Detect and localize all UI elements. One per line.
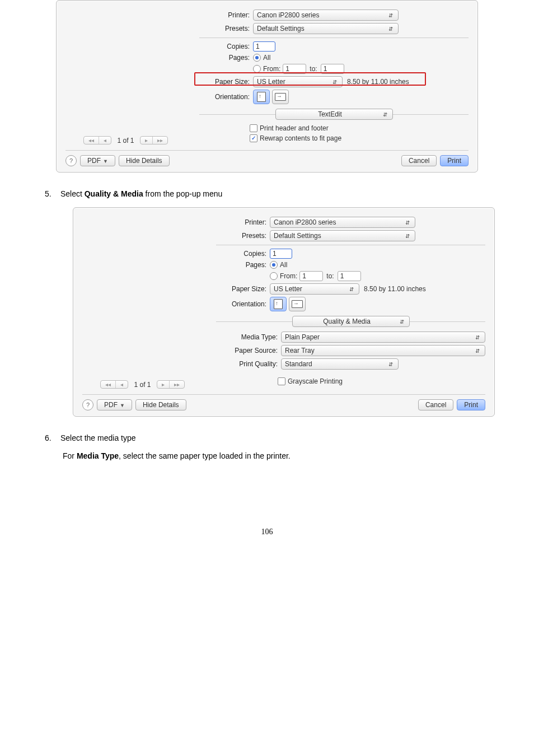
printer-select[interactable]: Canon iP2800 series ⇵	[270, 217, 415, 228]
chevron-down-icon: ▼	[120, 403, 125, 408]
presets-select[interactable]: Default Settings ⇵	[253, 23, 399, 34]
pages-from-label: From:	[280, 272, 297, 280]
paper-size-label: Paper Size:	[216, 285, 270, 293]
copies-label: Copies:	[199, 43, 253, 50]
copies-label: Copies:	[216, 250, 270, 258]
printer-label: Printer:	[199, 11, 253, 19]
presets-select[interactable]: Default Settings ⇵	[270, 230, 415, 241]
pages-all-radio[interactable]	[270, 261, 278, 269]
pages-to-label: to:	[310, 65, 317, 73]
chevron-updown-icon: ⇵	[474, 334, 481, 340]
pdf-button[interactable]: PDF▼	[97, 399, 132, 410]
orientation-portrait[interactable]	[253, 90, 270, 104]
pages-from-radio[interactable]	[270, 272, 278, 280]
paper-source-select[interactable]: Rear Tray ⇵	[281, 345, 485, 356]
pages-all-label: All	[280, 261, 287, 269]
paper-source-label: Paper Source:	[216, 347, 281, 354]
header-footer-label: Print header and footer	[260, 124, 329, 132]
page-counter: 1 of 1	[134, 381, 151, 389]
print-dialog-textedit: ◂◂◂ 1 of 1 ▸▸▸ Printer: Canon iP2800 ser…	[56, 0, 478, 172]
page-counter: 1 of 1	[117, 137, 134, 144]
rewrap-checkbox[interactable]	[250, 134, 257, 142]
instruction-step-6-para: For Media Type, select the same paper ty…	[63, 451, 489, 460]
presets-label: Presets:	[216, 232, 270, 240]
print-button[interactable]: Print	[457, 399, 485, 410]
pages-all-radio[interactable]	[253, 54, 261, 62]
help-button[interactable]: ?	[82, 399, 93, 410]
pages-label: Pages:	[199, 54, 253, 62]
printer-label: Printer:	[216, 218, 270, 226]
orientation-label: Orientation:	[216, 300, 270, 308]
cancel-button[interactable]: Cancel	[401, 155, 437, 166]
landscape-icon	[275, 93, 286, 101]
rewrap-label: Rewrap contents to fit page	[260, 134, 341, 142]
cancel-button[interactable]: Cancel	[418, 399, 453, 410]
orientation-landscape[interactable]	[272, 90, 289, 104]
print-quality-label: Print Quality:	[216, 360, 281, 368]
nav-next-last[interactable]: ▸▸▸	[140, 136, 168, 144]
section-popup[interactable]: TextEdit ⇵	[275, 109, 393, 120]
chevron-updown-icon: ⇵	[404, 233, 411, 239]
paper-size-select[interactable]: US Letter ⇵	[270, 283, 359, 295]
print-dialog-quality-media: ◂◂◂ 1 of 1 ▸▸▸ Printer: Canon iP2800 ser…	[73, 207, 495, 417]
chevron-updown-icon: ⇵	[387, 26, 395, 32]
orientation-portrait[interactable]	[270, 297, 287, 311]
print-quality-select[interactable]: Standard ⇵	[281, 358, 399, 370]
presets-label: Presets:	[199, 25, 253, 32]
chevron-updown-icon: ⇵	[348, 286, 355, 292]
pages-to-label: to:	[326, 272, 334, 280]
nav-first-prev[interactable]: ◂◂◂	[83, 136, 111, 144]
pages-label: Pages:	[216, 261, 270, 269]
instruction-step-6: 6. Select the media type	[45, 433, 489, 442]
pages-from-input[interactable]: 1	[299, 271, 323, 281]
chevron-updown-icon: ⇵	[404, 220, 411, 226]
section-popup[interactable]: Quality & Media ⇵	[292, 316, 410, 327]
preview-column: ◂◂◂ 1 of 1 ▸▸▸	[65, 7, 186, 144]
pages-from-label: From:	[263, 65, 280, 73]
help-button[interactable]: ?	[65, 155, 77, 166]
header-footer-checkbox[interactable]	[250, 124, 257, 132]
page-navigation: ◂◂◂ 1 of 1 ▸▸▸	[100, 380, 184, 389]
hide-details-button[interactable]: Hide Details	[135, 399, 186, 410]
copies-input[interactable]: 1	[253, 41, 275, 52]
pages-to-input[interactable]: 1	[338, 271, 361, 281]
page-navigation: ◂◂◂ 1 of 1 ▸▸▸	[83, 136, 167, 144]
media-type-select[interactable]: Plain Paper ⇵	[281, 332, 485, 343]
chevron-down-icon: ▼	[103, 158, 108, 164]
pdf-button[interactable]: PDF▼	[80, 155, 115, 166]
chevron-updown-icon: ⇵	[398, 319, 406, 325]
pages-all-label: All	[263, 54, 270, 62]
nav-next-last[interactable]: ▸▸▸	[157, 380, 185, 389]
media-type-label: Media Type:	[216, 333, 281, 341]
options-column: Printer: Canon iP2800 series ⇵ Presets: …	[216, 214, 485, 389]
orientation-landscape[interactable]	[289, 297, 306, 311]
pages-from-radio[interactable]	[253, 65, 261, 73]
portrait-icon	[257, 92, 266, 102]
hide-details-button[interactable]: Hide Details	[119, 155, 170, 166]
instruction-step-5: 5. Select Quality & Media from the pop-u…	[45, 189, 489, 198]
paper-dims: 8.50 by 11.00 inches	[364, 285, 426, 293]
highlight-paper-size	[194, 72, 426, 86]
chevron-updown-icon: ⇵	[381, 111, 389, 118]
grayscale-label: Grayscale Printing	[288, 377, 343, 385]
preview-column: ◂◂◂ 1 of 1 ▸▸▸	[82, 214, 203, 389]
chevron-updown-icon: ⇵	[387, 12, 395, 18]
grayscale-checkbox[interactable]	[278, 377, 285, 385]
page-number: 106	[45, 528, 489, 536]
print-button[interactable]: Print	[440, 155, 469, 166]
chevron-updown-icon: ⇵	[387, 361, 395, 367]
portrait-icon	[274, 299, 283, 309]
chevron-updown-icon: ⇵	[474, 348, 481, 354]
copies-input[interactable]: 1	[270, 249, 292, 259]
orientation-label: Orientation:	[199, 93, 253, 101]
landscape-icon	[292, 300, 303, 308]
printer-select[interactable]: Canon iP2800 series ⇵	[253, 10, 399, 21]
nav-first-prev[interactable]: ◂◂◂	[100, 380, 128, 389]
